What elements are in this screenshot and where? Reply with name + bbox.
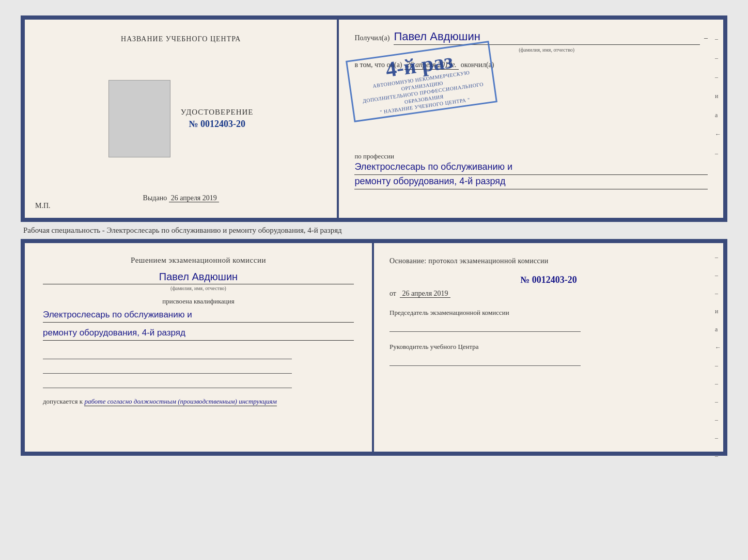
char-left2: ← [715, 344, 721, 351]
profession-line1: Электрослесарь по обслуживанию и [354, 161, 708, 175]
dash-r4: – [715, 150, 721, 157]
top-center-title: НАЗВАНИЕ УЧЕБНОГО ЦЕНТРА [121, 35, 241, 43]
vydano-label: Выдано [143, 194, 167, 202]
bottom-doc-left: Решением экзаменационной комиссии Павел … [25, 243, 374, 452]
dash-r2: – [715, 54, 721, 62]
char-left: ← [715, 131, 721, 138]
rukovoditel-sig-line [389, 356, 581, 366]
photo-placeholder [108, 80, 170, 157]
sig-line-3 [43, 378, 292, 388]
dash-b6: – [715, 398, 721, 406]
dash-r3: – [715, 73, 721, 81]
char-i2: и [715, 308, 721, 315]
dopuskaetsya-value: работе согласно должностным (производств… [84, 397, 276, 406]
udostoverenie-number: № 0012403-20 [181, 119, 254, 130]
predsedatel-title: Председатель экзаменационной комиссии [389, 308, 708, 317]
profession-label: по профессии [354, 152, 708, 161]
profession-line2: ремонту оборудования, 4-й разряд [354, 175, 708, 189]
reshenie-title: Решением экзаменационной комиссии [43, 256, 354, 265]
bottom-document: Решением экзаменационной комиссии Павел … [21, 239, 727, 456]
ot-line: от 26 апреля 2019 [389, 290, 708, 298]
chairman-block: Председатель экзаменационной комиссии [389, 308, 708, 332]
protocol-number: № 0012403-20 [389, 275, 708, 285]
dash-b4: – [715, 362, 721, 370]
udostoverenie-block: УДОСТОВЕРЕНИЕ № 0012403-20 [181, 108, 254, 130]
dash-b8: – [715, 434, 721, 442]
sig-line-2 [43, 363, 292, 374]
right-dashes-bottom: – – – и а ← – – – – – – [715, 253, 721, 460]
dash-b9: – [715, 452, 721, 460]
mp-line: М.П. [35, 202, 51, 210]
top-doc-left: НАЗВАНИЕ УЧЕБНОГО ЦЕНТРА УДОСТОВЕРЕНИЕ №… [25, 20, 339, 218]
dash-1: – [704, 34, 708, 42]
dash-b2: – [715, 271, 721, 279]
dash-r1: – [715, 35, 721, 43]
person-name-large: Павел Авдюшин [43, 271, 354, 284]
udostoverenie-title: УДОСТОВЕРЕНИЕ [181, 108, 254, 117]
dopuskaetsya-label: допускается к [43, 397, 83, 405]
dash-b3: – [715, 290, 721, 297]
fio-hint: (фамилия, имя, отчество) [43, 285, 354, 291]
char-i: и [715, 92, 721, 100]
dash-b7: – [715, 416, 721, 424]
profession-block: по профессии Электрослесарь по обслужива… [354, 152, 708, 189]
vydano-line: Выдано 26 апреля 2019 [143, 194, 219, 202]
poluchil-label: Получил(а) [354, 34, 389, 42]
dash-b1: – [715, 253, 721, 261]
recipient-name: Павел Авдюшин [394, 30, 700, 45]
right-dashes-top: – – – и а ← – [715, 35, 721, 157]
char-a: а [715, 111, 721, 119]
qual-line2: ремонту оборудования, 4-й разряд [43, 327, 354, 341]
recipient-line: Получил(а) Павел Авдюшин – [354, 30, 708, 45]
dopuskaetsya-line: допускается к работе согласно должностны… [43, 397, 354, 406]
ot-date: 26 апреля 2019 [400, 290, 450, 298]
top-doc-right: Получил(а) Павел Авдюшин – (фамилия, имя… [339, 20, 723, 218]
top-document: НАЗВАНИЕ УЧЕБНОГО ЦЕНТРА УДОСТОВЕРЕНИЕ №… [21, 15, 727, 222]
qual-line1: Электрослесарь по обслуживанию и [43, 309, 354, 323]
rukovoditel-block: Руководитель учебного Центра [389, 342, 708, 366]
label-between: Рабочая специальность - Электрослесарь п… [21, 226, 727, 235]
ot-label: от [389, 290, 396, 297]
stamp-overlay: 4-й раз АВТОНОМНУЮ НЕКОММЕРЧЕСКУЮ ОРГАНИ… [346, 41, 497, 122]
rukovoditel-title: Руководитель учебного Центра [389, 342, 708, 351]
osnovanie-title: Основание: протокол экзаменационной коми… [389, 256, 708, 266]
page-wrapper: НАЗВАНИЕ УЧЕБНОГО ЦЕНТРА УДОСТОВЕРЕНИЕ №… [10, 10, 738, 461]
bottom-doc-right: Основание: протокол экзаменационной коми… [374, 243, 723, 452]
dash-b5: – [715, 380, 721, 388]
char-a2: а [715, 326, 721, 333]
vydano-date: 26 апреля 2019 [169, 194, 219, 202]
sig-line-1 [43, 349, 292, 359]
signature-lines [43, 349, 354, 388]
predsedatel-sig-line [389, 322, 581, 332]
prisvoena-label: присвоена квалификация [43, 297, 354, 306]
